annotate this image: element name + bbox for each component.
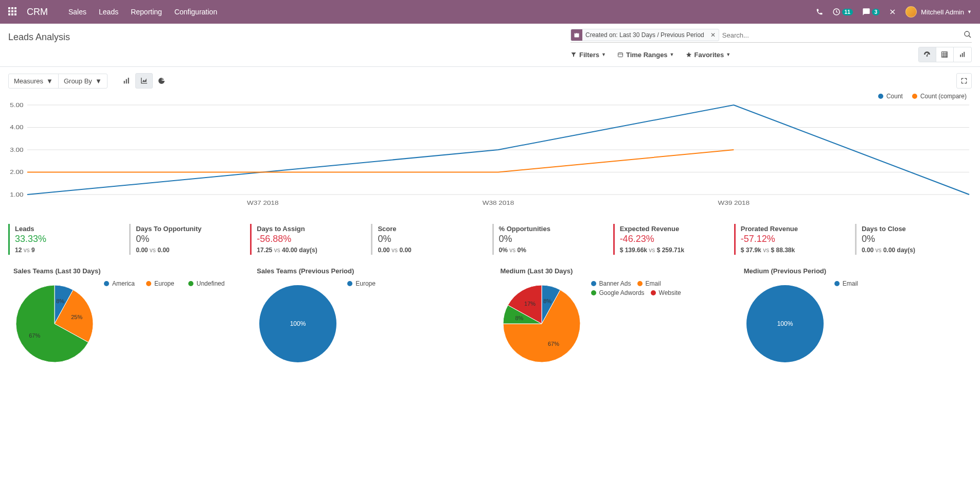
pie-legend-item[interactable]: Website	[651, 289, 687, 296]
svg-point-15	[926, 55, 928, 57]
user-menu[interactable]: Mitchell Admin ▼	[905, 6, 972, 17]
phone-icon[interactable]	[816, 8, 823, 15]
search-input[interactable]	[719, 29, 959, 41]
kpi-value: -46.23%	[620, 234, 730, 244]
svg-text:8%: 8%	[56, 298, 64, 304]
bar-chart-button[interactable]	[118, 73, 135, 89]
nav-sales[interactable]: Sales	[68, 8, 86, 16]
apps-icon[interactable]	[8, 7, 16, 17]
kpi-card[interactable]: Days to Assign -56.88% 17.25 vs 40.00 da…	[250, 224, 367, 255]
svg-rect-17	[960, 55, 961, 57]
pie-chart-svg: 100%	[739, 280, 831, 367]
group-by-button[interactable]: Group By▼	[59, 74, 107, 88]
kpi-comparison: $ 37.9k vs $ 88.38k	[741, 247, 851, 254]
activity-icon[interactable]: 11	[832, 8, 853, 16]
pie-legend: AmericaEuropeUndefined	[104, 280, 231, 289]
avatar	[905, 6, 917, 17]
svg-rect-1	[11, 7, 13, 9]
measures-button[interactable]: Measures▼	[9, 74, 59, 88]
search-icon[interactable]	[964, 30, 972, 40]
svg-text:4.00: 4.00	[10, 125, 24, 131]
pie-block: Sales Teams (Last 30 Days) 8%25%67% Amer…	[8, 267, 241, 367]
svg-rect-0	[8, 7, 10, 9]
svg-text:3.00: 3.00	[10, 147, 24, 153]
pie-legend-item[interactable]: America	[104, 280, 140, 287]
kpi-value: 33.33%	[15, 234, 125, 244]
fullscreen-button[interactable]	[956, 73, 972, 89]
pivot-view-button[interactable]	[936, 47, 954, 62]
pie-legend-item[interactable]: Email	[637, 280, 673, 287]
kpi-label: Prorated Revenue	[741, 225, 851, 233]
kpi-value: -56.88%	[257, 234, 367, 244]
pie-legend-item[interactable]: Undefined	[188, 280, 225, 287]
svg-rect-4	[11, 10, 13, 12]
nav-reporting[interactable]: Reporting	[131, 8, 162, 16]
svg-point-13	[965, 31, 969, 36]
brand[interactable]: CRM	[27, 7, 48, 17]
kpi-card[interactable]: Score 0% 0.00 vs 0.00	[371, 224, 488, 255]
topbar: CRM Sales Leads Reporting Configuration …	[0, 0, 980, 24]
close-icon[interactable]	[889, 8, 896, 15]
kpi-card[interactable]: Prorated Revenue -57.12% $ 37.9k vs $ 88…	[734, 224, 851, 255]
pie-chart-button[interactable]	[153, 73, 170, 89]
line-chart-button[interactable]	[135, 73, 153, 89]
svg-text:W38 2018: W38 2018	[483, 200, 514, 206]
search-facet[interactable]: Created on: Last 30 Days / Previous Peri…	[571, 29, 719, 41]
facet-label: Created on: Last 30 Days / Previous Peri…	[582, 31, 707, 39]
svg-rect-8	[14, 13, 16, 15]
time-ranges-button[interactable]: Time Ranges▼	[617, 51, 674, 59]
svg-text:100%: 100%	[290, 320, 306, 327]
pie-legend-item[interactable]: Europe	[146, 280, 182, 287]
filters-button[interactable]: Filters▼	[571, 51, 606, 59]
chart-toolbar: Measures▼ Group By▼	[0, 67, 980, 91]
pie-chart-svg: 100%	[252, 280, 344, 367]
legend-count[interactable]: Count	[878, 93, 903, 100]
pies-row: Sales Teams (Last 30 Days) 8%25%67% Amer…	[0, 262, 980, 378]
kpi-comparison: 17.25 vs 40.00 day(s)	[257, 247, 367, 254]
kpi-card[interactable]: Days to Close 0% 0.00 vs 0.00 day(s)	[855, 224, 972, 255]
dashboard-view-button[interactable]	[919, 47, 936, 62]
pie-legend-item[interactable]: Email	[834, 280, 870, 287]
kpi-label: % Opportunities	[499, 225, 609, 233]
messages-icon[interactable]: 3	[862, 8, 880, 16]
nav-configuration[interactable]: Configuration	[174, 8, 217, 16]
pie-legend-item[interactable]: Google Adwords	[591, 289, 645, 296]
kpi-value: 0%	[862, 234, 972, 244]
svg-text:W37 2018: W37 2018	[247, 200, 279, 206]
kpi-value: 0%	[499, 234, 609, 244]
page-title: Leads Analysis	[8, 29, 70, 43]
kpi-comparison: 0% vs 0%	[499, 247, 609, 254]
svg-rect-3	[8, 10, 10, 12]
svg-rect-18	[962, 53, 963, 57]
pie-block: Medium (Previous Period) 100% Email	[739, 267, 972, 367]
kpi-label: Days To Opportunity	[136, 225, 246, 233]
kpi-value: -57.12%	[741, 234, 851, 244]
user-name: Mitchell Admin	[921, 8, 964, 16]
svg-text:W39 2018: W39 2018	[718, 200, 750, 206]
kpi-card[interactable]: Leads 33.33% 12 vs 9	[8, 224, 125, 255]
svg-text:100%: 100%	[777, 320, 793, 327]
pie-legend-item[interactable]: Europe	[347, 280, 383, 287]
messages-badge: 3	[872, 9, 880, 15]
pie-legend-item[interactable]: Banner Ads	[591, 280, 631, 287]
graph-view-button[interactable]	[954, 47, 971, 62]
legend-count-compare[interactable]: Count (compare)	[912, 93, 967, 100]
kpi-value: 0%	[136, 234, 246, 244]
nav-leads[interactable]: Leads	[99, 8, 118, 16]
pie-block: Sales Teams (Previous Period) 100% Europ…	[252, 267, 485, 367]
svg-rect-20	[123, 81, 124, 83]
pie-title: Medium (Last 30 Days)	[495, 267, 728, 275]
svg-rect-6	[8, 13, 10, 15]
kpi-card[interactable]: Expected Revenue -46.23% $ 139.66k vs $ …	[613, 224, 730, 255]
svg-rect-14	[618, 53, 622, 57]
kpi-card[interactable]: Days To Opportunity 0% 0.00 vs 0.00	[129, 224, 246, 255]
svg-rect-7	[11, 13, 13, 15]
favorites-button[interactable]: Favorites▼	[686, 51, 731, 59]
pie-title: Sales Teams (Previous Period)	[252, 267, 485, 275]
kpi-comparison: 0.00 vs 0.00 day(s)	[862, 247, 972, 254]
kpi-comparison: 0.00 vs 0.00	[378, 247, 488, 254]
facet-remove[interactable]: ✕	[707, 31, 719, 39]
pie-block: Medium (Last 30 Days) 8%67%8%17% Banner …	[495, 267, 728, 367]
svg-text:1.00: 1.00	[10, 191, 24, 198]
kpi-card[interactable]: % Opportunities 0% 0% vs 0%	[492, 224, 609, 255]
